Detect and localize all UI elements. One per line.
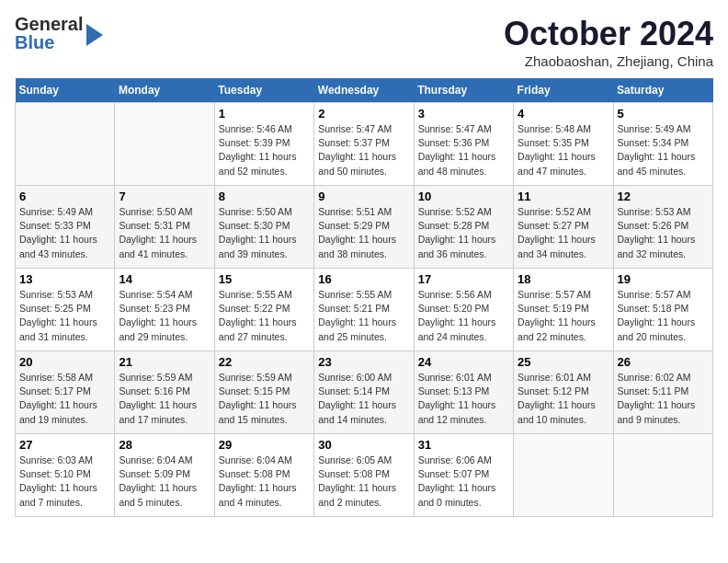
calendar-cell: 27Sunrise: 6:03 AM Sunset: 5:10 PM Dayli…	[16, 434, 115, 517]
calendar-cell: 26Sunrise: 6:02 AM Sunset: 5:11 PM Dayli…	[613, 351, 712, 434]
calendar-cell: 4Sunrise: 5:48 AM Sunset: 5:35 PM Daylig…	[514, 103, 613, 186]
weekday-header-friday: Friday	[514, 78, 613, 103]
calendar-cell: 16Sunrise: 5:55 AM Sunset: 5:21 PM Dayli…	[314, 269, 414, 351]
day-number: 31	[418, 438, 509, 452]
calendar-week-row: 13Sunrise: 5:53 AM Sunset: 5:25 PM Dayli…	[16, 269, 713, 351]
day-number: 22	[219, 355, 310, 369]
day-info: Sunrise: 5:57 AM Sunset: 5:18 PM Dayligh…	[618, 288, 709, 344]
calendar-cell: 21Sunrise: 5:59 AM Sunset: 5:16 PM Dayli…	[115, 351, 214, 434]
logo-chevron-icon	[86, 24, 103, 46]
day-number: 29	[219, 438, 310, 452]
weekday-header-tuesday: Tuesday	[214, 78, 313, 103]
day-number: 6	[19, 190, 110, 203]
weekday-header-sunday: Sunday	[16, 78, 115, 103]
calendar-cell: 7Sunrise: 5:50 AM Sunset: 5:31 PM Daylig…	[115, 186, 214, 269]
day-number: 8	[219, 190, 310, 203]
day-number: 30	[318, 438, 409, 452]
day-info: Sunrise: 5:50 AM Sunset: 5:31 PM Dayligh…	[119, 205, 210, 261]
calendar-cell: 29Sunrise: 6:04 AM Sunset: 5:08 PM Dayli…	[214, 434, 313, 517]
day-info: Sunrise: 6:01 AM Sunset: 5:13 PM Dayligh…	[418, 371, 509, 427]
calendar-cell	[115, 103, 214, 186]
calendar-week-row: 27Sunrise: 6:03 AM Sunset: 5:10 PM Dayli…	[16, 434, 713, 517]
calendar-cell: 8Sunrise: 5:50 AM Sunset: 5:30 PM Daylig…	[214, 186, 313, 269]
day-number: 7	[119, 190, 210, 203]
title-block: October 2024 Zhaobaoshan, Zhejiang, Chin…	[504, 15, 713, 69]
day-number: 16	[318, 272, 409, 286]
logo: General Blue	[15, 15, 103, 52]
day-number: 13	[19, 272, 110, 286]
calendar-cell: 22Sunrise: 5:59 AM Sunset: 5:15 PM Dayli…	[214, 351, 313, 434]
calendar-cell: 25Sunrise: 6:01 AM Sunset: 5:12 PM Dayli…	[514, 351, 613, 434]
page-header: General Blue October 2024 Zhaobaoshan, Z…	[15, 15, 713, 69]
day-number: 23	[318, 355, 409, 369]
weekday-header-saturday: Saturday	[613, 78, 712, 103]
day-info: Sunrise: 5:48 AM Sunset: 5:35 PM Dayligh…	[518, 122, 609, 178]
weekday-header-monday: Monday	[115, 78, 214, 103]
day-info: Sunrise: 5:49 AM Sunset: 5:34 PM Dayligh…	[618, 122, 709, 178]
day-info: Sunrise: 5:47 AM Sunset: 5:36 PM Dayligh…	[418, 122, 509, 178]
calendar-cell: 1Sunrise: 5:46 AM Sunset: 5:39 PM Daylig…	[214, 103, 313, 186]
calendar-cell: 28Sunrise: 6:04 AM Sunset: 5:09 PM Dayli…	[115, 434, 214, 517]
day-info: Sunrise: 5:59 AM Sunset: 5:15 PM Dayligh…	[219, 371, 310, 427]
day-info: Sunrise: 6:05 AM Sunset: 5:08 PM Dayligh…	[318, 454, 409, 510]
day-info: Sunrise: 6:00 AM Sunset: 5:14 PM Dayligh…	[318, 371, 409, 427]
logo-general: General	[15, 15, 83, 33]
day-info: Sunrise: 5:53 AM Sunset: 5:26 PM Dayligh…	[618, 205, 709, 261]
day-info: Sunrise: 5:59 AM Sunset: 5:16 PM Dayligh…	[119, 371, 210, 427]
day-number: 1	[219, 107, 310, 121]
logo-blue: Blue	[15, 33, 83, 52]
calendar-table: SundayMondayTuesdayWednesdayThursdayFrid…	[15, 78, 713, 517]
day-info: Sunrise: 5:52 AM Sunset: 5:28 PM Dayligh…	[418, 205, 509, 261]
day-info: Sunrise: 5:54 AM Sunset: 5:23 PM Dayligh…	[119, 288, 210, 344]
day-info: Sunrise: 6:04 AM Sunset: 5:08 PM Dayligh…	[219, 454, 310, 510]
day-number: 11	[518, 190, 609, 203]
day-info: Sunrise: 5:55 AM Sunset: 5:22 PM Dayligh…	[219, 288, 310, 344]
day-number: 17	[418, 272, 509, 286]
weekday-header-wednesday: Wednesday	[314, 78, 414, 103]
day-info: Sunrise: 6:02 AM Sunset: 5:11 PM Dayligh…	[618, 371, 709, 427]
location: Zhaobaoshan, Zhejiang, China	[504, 53, 713, 69]
calendar-cell: 5Sunrise: 5:49 AM Sunset: 5:34 PM Daylig…	[613, 103, 712, 186]
day-info: Sunrise: 6:06 AM Sunset: 5:07 PM Dayligh…	[418, 454, 509, 510]
month-title: October 2024	[504, 15, 713, 53]
day-number: 27	[19, 438, 110, 452]
day-info: Sunrise: 5:55 AM Sunset: 5:21 PM Dayligh…	[318, 288, 409, 344]
day-info: Sunrise: 5:58 AM Sunset: 5:17 PM Dayligh…	[19, 371, 110, 427]
calendar-cell: 30Sunrise: 6:05 AM Sunset: 5:08 PM Dayli…	[314, 434, 414, 517]
day-number: 5	[618, 107, 709, 121]
calendar-cell: 12Sunrise: 5:53 AM Sunset: 5:26 PM Dayli…	[613, 186, 712, 269]
day-number: 9	[318, 190, 409, 203]
day-info: Sunrise: 5:57 AM Sunset: 5:19 PM Dayligh…	[518, 288, 609, 344]
day-number: 3	[418, 107, 509, 121]
calendar-cell: 18Sunrise: 5:57 AM Sunset: 5:19 PM Dayli…	[514, 269, 613, 351]
weekday-header-thursday: Thursday	[414, 78, 513, 103]
calendar-cell: 10Sunrise: 5:52 AM Sunset: 5:28 PM Dayli…	[414, 186, 513, 269]
day-number: 12	[618, 190, 709, 203]
calendar-cell	[514, 434, 613, 517]
day-info: Sunrise: 6:03 AM Sunset: 5:10 PM Dayligh…	[19, 454, 110, 510]
day-info: Sunrise: 5:50 AM Sunset: 5:30 PM Dayligh…	[219, 205, 310, 261]
calendar-cell: 3Sunrise: 5:47 AM Sunset: 5:36 PM Daylig…	[414, 103, 513, 186]
day-number: 4	[518, 107, 609, 121]
day-info: Sunrise: 5:46 AM Sunset: 5:39 PM Dayligh…	[219, 122, 310, 178]
day-number: 19	[618, 272, 709, 286]
day-info: Sunrise: 6:04 AM Sunset: 5:09 PM Dayligh…	[119, 454, 210, 510]
calendar-cell: 15Sunrise: 5:55 AM Sunset: 5:22 PM Dayli…	[214, 269, 313, 351]
day-info: Sunrise: 5:47 AM Sunset: 5:37 PM Dayligh…	[318, 122, 409, 178]
day-info: Sunrise: 5:52 AM Sunset: 5:27 PM Dayligh…	[518, 205, 609, 261]
calendar-cell: 6Sunrise: 5:49 AM Sunset: 5:33 PM Daylig…	[16, 186, 115, 269]
calendar-cell: 20Sunrise: 5:58 AM Sunset: 5:17 PM Dayli…	[16, 351, 115, 434]
day-number: 21	[119, 355, 210, 369]
day-number: 14	[119, 272, 210, 286]
day-number: 10	[418, 190, 509, 203]
calendar-cell	[16, 103, 115, 186]
day-number: 25	[518, 355, 609, 369]
weekday-header-row: SundayMondayTuesdayWednesdayThursdayFrid…	[16, 78, 713, 103]
calendar-cell: 24Sunrise: 6:01 AM Sunset: 5:13 PM Dayli…	[414, 351, 513, 434]
day-number: 24	[418, 355, 509, 369]
day-number: 28	[119, 438, 210, 452]
calendar-week-row: 6Sunrise: 5:49 AM Sunset: 5:33 PM Daylig…	[16, 186, 713, 269]
calendar-cell: 31Sunrise: 6:06 AM Sunset: 5:07 PM Dayli…	[414, 434, 513, 517]
day-info: Sunrise: 5:51 AM Sunset: 5:29 PM Dayligh…	[318, 205, 409, 261]
calendar-cell: 11Sunrise: 5:52 AM Sunset: 5:27 PM Dayli…	[514, 186, 613, 269]
